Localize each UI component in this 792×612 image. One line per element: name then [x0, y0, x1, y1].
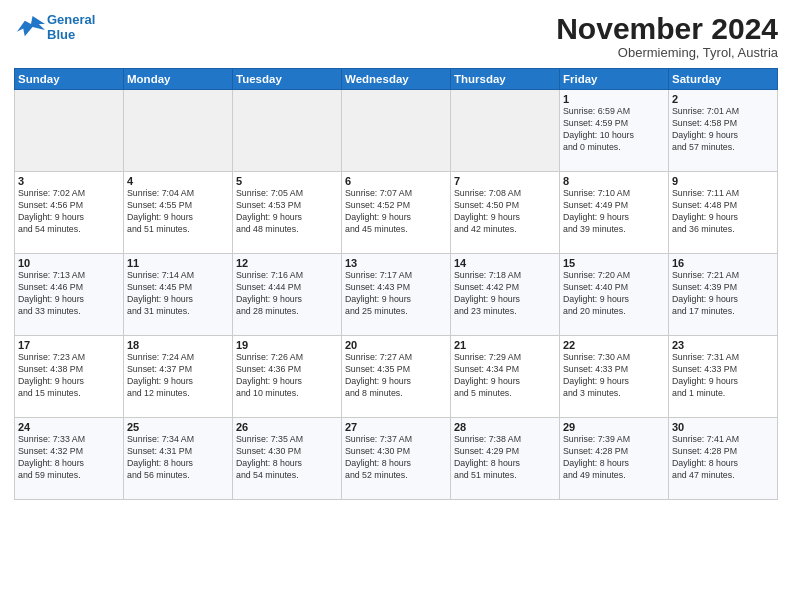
calendar-cell: 3Sunrise: 7:02 AM Sunset: 4:56 PM Daylig…: [15, 172, 124, 254]
day-number: 23: [672, 339, 774, 351]
day-info: Sunrise: 7:07 AM Sunset: 4:52 PM Dayligh…: [345, 188, 447, 236]
logo-icon: [17, 13, 45, 41]
day-number: 6: [345, 175, 447, 187]
calendar-cell: [233, 90, 342, 172]
day-info: Sunrise: 7:10 AM Sunset: 4:49 PM Dayligh…: [563, 188, 665, 236]
day-number: 3: [18, 175, 120, 187]
day-info: Sunrise: 7:04 AM Sunset: 4:55 PM Dayligh…: [127, 188, 229, 236]
calendar-cell: [124, 90, 233, 172]
calendar-cell: 23Sunrise: 7:31 AM Sunset: 4:33 PM Dayli…: [669, 336, 778, 418]
logo: General Blue: [14, 12, 95, 42]
day-number: 11: [127, 257, 229, 269]
day-number: 1: [563, 93, 665, 105]
day-info: Sunrise: 7:35 AM Sunset: 4:30 PM Dayligh…: [236, 434, 338, 482]
day-info: Sunrise: 7:31 AM Sunset: 4:33 PM Dayligh…: [672, 352, 774, 400]
calendar-week-3: 17Sunrise: 7:23 AM Sunset: 4:38 PM Dayli…: [15, 336, 778, 418]
day-info: Sunrise: 7:27 AM Sunset: 4:35 PM Dayligh…: [345, 352, 447, 400]
day-info: Sunrise: 7:13 AM Sunset: 4:46 PM Dayligh…: [18, 270, 120, 318]
day-info: Sunrise: 7:17 AM Sunset: 4:43 PM Dayligh…: [345, 270, 447, 318]
title-block: November 2024 Obermieming, Tyrol, Austri…: [556, 12, 778, 60]
day-info: Sunrise: 7:05 AM Sunset: 4:53 PM Dayligh…: [236, 188, 338, 236]
day-info: Sunrise: 7:34 AM Sunset: 4:31 PM Dayligh…: [127, 434, 229, 482]
day-info: Sunrise: 7:20 AM Sunset: 4:40 PM Dayligh…: [563, 270, 665, 318]
month-title: November 2024: [556, 12, 778, 45]
calendar-cell: 18Sunrise: 7:24 AM Sunset: 4:37 PM Dayli…: [124, 336, 233, 418]
calendar-cell: 20Sunrise: 7:27 AM Sunset: 4:35 PM Dayli…: [342, 336, 451, 418]
day-number: 4: [127, 175, 229, 187]
day-number: 9: [672, 175, 774, 187]
logo-bottom: Blue: [47, 27, 95, 42]
calendar-cell: 6Sunrise: 7:07 AM Sunset: 4:52 PM Daylig…: [342, 172, 451, 254]
calendar-cell: 25Sunrise: 7:34 AM Sunset: 4:31 PM Dayli…: [124, 418, 233, 500]
col-header-monday: Monday: [124, 69, 233, 90]
day-info: Sunrise: 7:37 AM Sunset: 4:30 PM Dayligh…: [345, 434, 447, 482]
day-info: Sunrise: 7:24 AM Sunset: 4:37 PM Dayligh…: [127, 352, 229, 400]
location: Obermieming, Tyrol, Austria: [556, 45, 778, 60]
day-info: Sunrise: 7:39 AM Sunset: 4:28 PM Dayligh…: [563, 434, 665, 482]
calendar-cell: 1Sunrise: 6:59 AM Sunset: 4:59 PM Daylig…: [560, 90, 669, 172]
calendar-cell: 9Sunrise: 7:11 AM Sunset: 4:48 PM Daylig…: [669, 172, 778, 254]
day-info: Sunrise: 7:29 AM Sunset: 4:34 PM Dayligh…: [454, 352, 556, 400]
calendar-cell: 24Sunrise: 7:33 AM Sunset: 4:32 PM Dayli…: [15, 418, 124, 500]
day-info: Sunrise: 7:01 AM Sunset: 4:58 PM Dayligh…: [672, 106, 774, 154]
day-number: 29: [563, 421, 665, 433]
day-info: Sunrise: 7:02 AM Sunset: 4:56 PM Dayligh…: [18, 188, 120, 236]
calendar-week-1: 3Sunrise: 7:02 AM Sunset: 4:56 PM Daylig…: [15, 172, 778, 254]
calendar-cell: 8Sunrise: 7:10 AM Sunset: 4:49 PM Daylig…: [560, 172, 669, 254]
calendar-cell: 21Sunrise: 7:29 AM Sunset: 4:34 PM Dayli…: [451, 336, 560, 418]
day-number: 24: [18, 421, 120, 433]
calendar-cell: 10Sunrise: 7:13 AM Sunset: 4:46 PM Dayli…: [15, 254, 124, 336]
day-info: Sunrise: 7:16 AM Sunset: 4:44 PM Dayligh…: [236, 270, 338, 318]
calendar-cell: 5Sunrise: 7:05 AM Sunset: 4:53 PM Daylig…: [233, 172, 342, 254]
calendar-cell: 22Sunrise: 7:30 AM Sunset: 4:33 PM Dayli…: [560, 336, 669, 418]
day-number: 18: [127, 339, 229, 351]
day-info: Sunrise: 7:14 AM Sunset: 4:45 PM Dayligh…: [127, 270, 229, 318]
day-info: Sunrise: 7:26 AM Sunset: 4:36 PM Dayligh…: [236, 352, 338, 400]
day-number: 12: [236, 257, 338, 269]
day-info: Sunrise: 7:41 AM Sunset: 4:28 PM Dayligh…: [672, 434, 774, 482]
calendar-cell: 17Sunrise: 7:23 AM Sunset: 4:38 PM Dayli…: [15, 336, 124, 418]
day-info: Sunrise: 7:08 AM Sunset: 4:50 PM Dayligh…: [454, 188, 556, 236]
logo-brand: General Blue: [14, 12, 95, 42]
calendar-cell: 28Sunrise: 7:38 AM Sunset: 4:29 PM Dayli…: [451, 418, 560, 500]
day-info: Sunrise: 7:18 AM Sunset: 4:42 PM Dayligh…: [454, 270, 556, 318]
calendar-cell: 2Sunrise: 7:01 AM Sunset: 4:58 PM Daylig…: [669, 90, 778, 172]
calendar-table: SundayMondayTuesdayWednesdayThursdayFrid…: [14, 68, 778, 500]
logo-top: General: [47, 12, 95, 27]
calendar-cell: 29Sunrise: 7:39 AM Sunset: 4:28 PM Dayli…: [560, 418, 669, 500]
day-info: Sunrise: 7:11 AM Sunset: 4:48 PM Dayligh…: [672, 188, 774, 236]
calendar-cell: 4Sunrise: 7:04 AM Sunset: 4:55 PM Daylig…: [124, 172, 233, 254]
calendar-header-row: SundayMondayTuesdayWednesdayThursdayFrid…: [15, 69, 778, 90]
day-info: Sunrise: 7:33 AM Sunset: 4:32 PM Dayligh…: [18, 434, 120, 482]
col-header-wednesday: Wednesday: [342, 69, 451, 90]
calendar-cell: [342, 90, 451, 172]
day-number: 7: [454, 175, 556, 187]
calendar-cell: 16Sunrise: 7:21 AM Sunset: 4:39 PM Dayli…: [669, 254, 778, 336]
calendar-cell: 26Sunrise: 7:35 AM Sunset: 4:30 PM Dayli…: [233, 418, 342, 500]
col-header-thursday: Thursday: [451, 69, 560, 90]
day-number: 25: [127, 421, 229, 433]
calendar-cell: 27Sunrise: 7:37 AM Sunset: 4:30 PM Dayli…: [342, 418, 451, 500]
day-info: Sunrise: 7:21 AM Sunset: 4:39 PM Dayligh…: [672, 270, 774, 318]
day-info: Sunrise: 7:23 AM Sunset: 4:38 PM Dayligh…: [18, 352, 120, 400]
col-header-friday: Friday: [560, 69, 669, 90]
calendar-week-4: 24Sunrise: 7:33 AM Sunset: 4:32 PM Dayli…: [15, 418, 778, 500]
calendar-cell: 12Sunrise: 7:16 AM Sunset: 4:44 PM Dayli…: [233, 254, 342, 336]
day-info: Sunrise: 6:59 AM Sunset: 4:59 PM Dayligh…: [563, 106, 665, 154]
calendar-cell: [451, 90, 560, 172]
col-header-sunday: Sunday: [15, 69, 124, 90]
day-number: 22: [563, 339, 665, 351]
calendar-cell: 15Sunrise: 7:20 AM Sunset: 4:40 PM Dayli…: [560, 254, 669, 336]
calendar-week-0: 1Sunrise: 6:59 AM Sunset: 4:59 PM Daylig…: [15, 90, 778, 172]
calendar-cell: 11Sunrise: 7:14 AM Sunset: 4:45 PM Dayli…: [124, 254, 233, 336]
calendar-cell: 14Sunrise: 7:18 AM Sunset: 4:42 PM Dayli…: [451, 254, 560, 336]
day-number: 27: [345, 421, 447, 433]
calendar-cell: 19Sunrise: 7:26 AM Sunset: 4:36 PM Dayli…: [233, 336, 342, 418]
col-header-saturday: Saturday: [669, 69, 778, 90]
day-number: 2: [672, 93, 774, 105]
day-number: 13: [345, 257, 447, 269]
day-number: 20: [345, 339, 447, 351]
day-number: 19: [236, 339, 338, 351]
day-number: 26: [236, 421, 338, 433]
calendar-cell: 7Sunrise: 7:08 AM Sunset: 4:50 PM Daylig…: [451, 172, 560, 254]
